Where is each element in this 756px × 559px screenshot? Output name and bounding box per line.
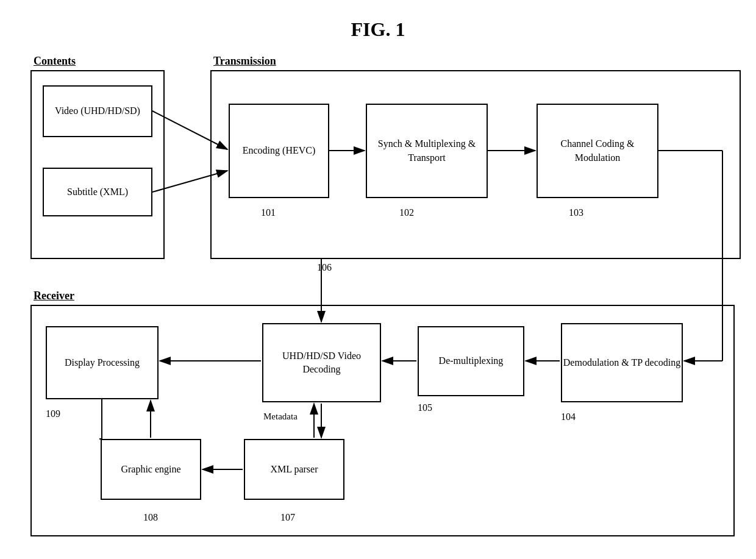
demux-block: De-multiplexing <box>418 326 524 396</box>
page-title: FIG. 1 <box>0 0 756 41</box>
ref-104: 104 <box>561 411 576 422</box>
synch-block: Synch & Multiplexing & Transport <box>366 104 488 198</box>
ref-103: 103 <box>569 207 583 218</box>
demod-block: Demodulation & TP decoding <box>561 323 683 402</box>
ref-101: 101 <box>261 207 276 218</box>
ref-105: 105 <box>418 402 432 413</box>
ref-108: 108 <box>143 512 158 523</box>
xml-parser-block: XML parser <box>244 439 344 500</box>
ref-106: 106 <box>317 262 332 273</box>
video-block: Video (UHD/HD/SD) <box>43 85 152 137</box>
uhd-decoding-block: UHD/HD/SD Video Decoding <box>262 323 381 402</box>
metadata-label: Metadata <box>263 411 298 422</box>
channel-block: Channel Coding & Modulation <box>537 104 658 198</box>
display-block: Display Processing <box>46 326 159 399</box>
contents-label: Contents <box>34 55 76 68</box>
encoding-block: Encoding (HEVC) <box>229 104 329 198</box>
subtitle-block: Subtitle (XML) <box>43 168 152 216</box>
ref-109: 109 <box>46 408 60 419</box>
ref-107: 107 <box>280 512 295 523</box>
graphic-block: Graphic engine <box>101 439 201 500</box>
receiver-label: Receiver <box>34 290 74 302</box>
ref-102: 102 <box>399 207 414 218</box>
transmission-label: Transmission <box>213 55 276 68</box>
